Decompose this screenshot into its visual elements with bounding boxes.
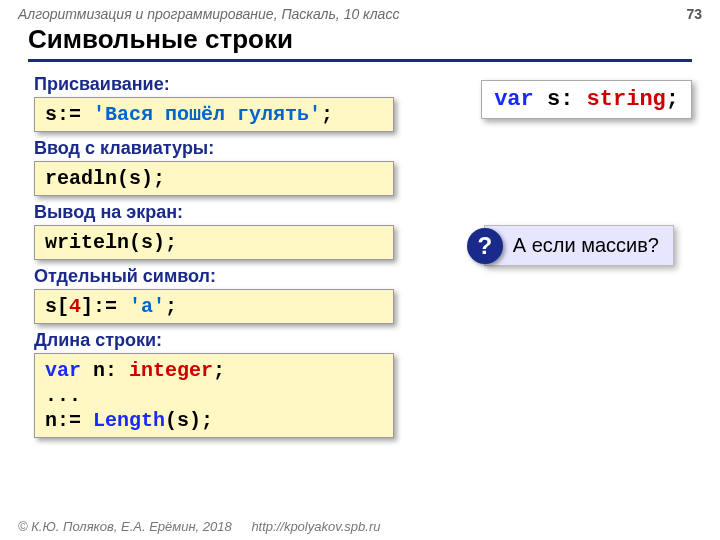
question-icon: ? (467, 228, 503, 264)
note-text: А если массив? (513, 234, 659, 256)
type-string: string (587, 87, 666, 112)
keyword-var: var (494, 87, 534, 112)
code-input: readln(s); (34, 161, 394, 196)
label-char: Отдельный символ: (34, 266, 692, 287)
var-declaration-box: var s: string; (481, 80, 692, 119)
label-output: Вывод на экран: (34, 202, 692, 223)
callout-note: ? А если массив? (484, 225, 674, 266)
slide-title: Символьные строки (28, 24, 692, 62)
copyright: © К.Ю. Поляков, Е.А. Ерёмин, 2018 (18, 519, 232, 534)
footer-url: http://kpolyakov.spb.ru (251, 519, 380, 534)
code-length: var n: integer; ... n:= Length(s); (34, 353, 394, 438)
slide-footer: © К.Ю. Поляков, Е.А. Ерёмин, 2018 http:/… (18, 519, 380, 534)
label-input: Ввод с клавиатуры: (34, 138, 692, 159)
slide-header: Алгоритмизация и программирование, Паска… (0, 0, 720, 22)
label-length: Длина строки: (34, 330, 692, 351)
code-assignment: s:= 'Вася пошёл гулять'; (34, 97, 394, 132)
code-char: s[4]:= 'a'; (34, 289, 394, 324)
course-name: Алгоритмизация и программирование, Паска… (18, 6, 399, 22)
page-number: 73 (686, 6, 702, 22)
code-output: writeln(s); (34, 225, 394, 260)
